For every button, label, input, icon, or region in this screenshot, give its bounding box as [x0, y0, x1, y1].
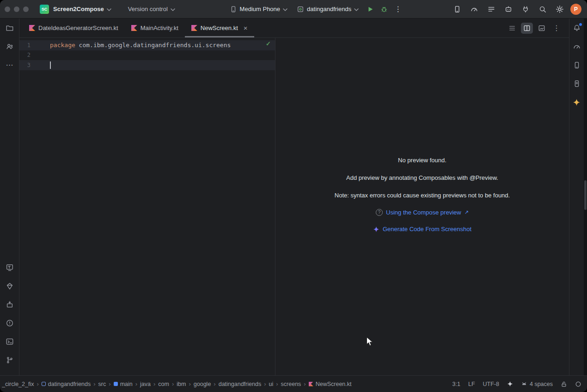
close-window-button[interactable]	[5, 6, 10, 12]
encoding-widget[interactable]: UTF-8	[483, 381, 499, 387]
tab-dateideasgeneratorscreen[interactable]: DateIdeasGeneratorScreen.kt	[23, 18, 125, 37]
breadcrumb-item[interactable]: com	[158, 381, 169, 387]
chevron-separator-icon: ›	[171, 380, 174, 387]
device-selector-label: Medium Phone	[240, 6, 280, 12]
profiler-icon[interactable]	[468, 3, 481, 16]
code-view-icon[interactable]	[506, 23, 518, 34]
project-name: Screen2Compose	[53, 6, 104, 12]
breadcrumb-item[interactable]: screens	[281, 381, 301, 387]
debug-button[interactable]	[378, 3, 391, 16]
chevron-down-icon	[171, 8, 175, 11]
compose-preview-panel: No preview found. Add preview by annotat…	[275, 38, 569, 375]
build-box-icon[interactable]	[4, 299, 16, 311]
project-folder-icon[interactable]	[4, 22, 16, 34]
notification-badge	[579, 23, 582, 26]
compose-preview-help-link[interactable]: Using the Compose preview	[386, 209, 461, 216]
inspections-ok-icon[interactable]: ✓	[266, 40, 271, 47]
problems-icon[interactable]	[4, 317, 16, 329]
line-separator-widget[interactable]: LF	[468, 381, 475, 387]
editor-more-icon[interactable]: ⋮	[550, 23, 563, 34]
gem-icon[interactable]	[4, 280, 16, 292]
chevron-separator-icon: ›	[36, 380, 39, 387]
close-tab-icon[interactable]: ×	[244, 24, 248, 31]
terminal-icon[interactable]	[4, 336, 16, 348]
maximize-window-button[interactable]	[23, 6, 29, 12]
device-explorer-icon[interactable]	[571, 78, 583, 90]
breadcrumb-item[interactable]: src	[98, 381, 106, 387]
tab-newscreen[interactable]: NewScreen.kt ×	[185, 18, 254, 37]
status-indicator-icon[interactable]	[575, 381, 581, 387]
ide-window: SC Screen2Compose Version control Medium…	[0, 0, 587, 392]
minimize-window-button[interactable]	[14, 6, 19, 12]
device-manager-icon[interactable]	[571, 59, 583, 71]
breadcrumb-item[interactable]: ui	[269, 381, 273, 387]
chevron-separator-icon: ›	[213, 380, 216, 387]
chevron-down-icon	[107, 8, 111, 11]
preview-empty-title: No preview found.	[275, 156, 569, 164]
status-widgets: 3:1 LF UTF-8 4 spaces	[452, 381, 581, 387]
run-configuration-selector[interactable]: datingandfriends	[293, 3, 363, 15]
search-everywhere-icon[interactable]	[536, 3, 549, 16]
layout-validation-icon[interactable]	[4, 262, 16, 274]
breadcrumb-item[interactable]: ibm	[177, 381, 186, 387]
chevron-separator-icon: ›	[303, 380, 306, 387]
more-tool-windows-icon[interactable]: ⋯	[4, 59, 16, 71]
unlock-icon[interactable]	[561, 381, 567, 387]
gemini-sparkle-icon[interactable]	[571, 96, 583, 108]
breadcrumb-item[interactable]: java	[140, 381, 151, 387]
line-number: 2	[19, 52, 31, 58]
caret-position-widget[interactable]: 3:1	[452, 381, 460, 387]
version-control-menu[interactable]: Version control	[124, 3, 179, 15]
version-control-label: Version control	[128, 6, 168, 12]
device-mirroring-icon[interactable]	[519, 3, 532, 16]
settings-gear-icon[interactable]	[553, 3, 566, 16]
tab-mainactivity[interactable]: MainActivity.kt	[125, 18, 185, 37]
ai-sparkle-icon[interactable]	[507, 381, 513, 387]
profiler-gauge-icon[interactable]	[571, 41, 583, 53]
code-line: 1 package com.ibm.google.datingandfriend…	[19, 40, 275, 50]
code-editor[interactable]: 1 package com.ibm.google.datingandfriend…	[19, 38, 275, 375]
breadcrumb-item[interactable]: _circle_2_fix	[2, 381, 34, 387]
code-text: package com.ibm.google.datingandfriends.…	[50, 42, 231, 49]
tab-label: MainActivity.kt	[141, 24, 178, 31]
kotlin-file-icon	[191, 25, 197, 31]
breadcrumb-item[interactable]: datingandfriends	[219, 381, 261, 387]
more-actions-button[interactable]: ⋮	[391, 3, 404, 16]
running-devices-icon[interactable]	[451, 3, 464, 16]
design-view-icon[interactable]	[536, 23, 548, 34]
window-scrollbar[interactable]	[584, 18, 587, 375]
text-caret	[50, 61, 51, 69]
breadcrumb-item[interactable]: NewScreen.kt	[309, 381, 352, 387]
split-view-icon[interactable]	[521, 23, 533, 34]
window-controls	[0, 6, 34, 12]
phone-device-icon	[230, 6, 237, 13]
run-button[interactable]	[364, 3, 377, 16]
help-question-icon: ?	[376, 209, 383, 216]
notifications-bell-icon[interactable]	[571, 22, 583, 34]
people-icon[interactable]	[4, 41, 16, 53]
editor-tab-bar: DateIdeasGeneratorScreen.kt MainActivity…	[19, 18, 569, 38]
user-avatar[interactable]: P	[570, 4, 581, 15]
app-inspection-icon[interactable]	[502, 3, 515, 16]
scrollbar-thumb[interactable]	[584, 180, 587, 210]
editor-view-modes: ⋮	[506, 18, 569, 37]
logcat-icon[interactable]	[485, 3, 498, 16]
status-bar: _circle_2_fix › datingandfriends › src ›…	[0, 375, 587, 392]
tab-label: DateIdeasGeneratorScreen.kt	[38, 24, 118, 31]
breadcrumb-item[interactable]: google	[194, 381, 211, 387]
titlebar: SC Screen2Compose Version control Medium…	[0, 0, 587, 18]
tab-label: NewScreen.kt	[201, 24, 238, 31]
chevron-separator-icon: ›	[93, 380, 96, 387]
breadcrumb-item[interactable]: datingandfriends	[42, 381, 91, 387]
project-selector[interactable]: Screen2Compose	[49, 3, 116, 15]
code-line: 2	[19, 50, 275, 61]
app-module-icon	[297, 6, 304, 13]
git-branch-icon[interactable]	[4, 354, 16, 366]
kotlin-file-icon	[29, 25, 35, 31]
chevron-separator-icon: ›	[275, 380, 278, 387]
device-selector[interactable]: Medium Phone	[226, 3, 292, 15]
breadcrumb-item[interactable]: main	[114, 381, 133, 387]
indent-widget[interactable]: 4 spaces	[521, 381, 553, 387]
generate-code-from-screenshot-link[interactable]: Generate Code From Screenshot	[383, 226, 471, 233]
module-icon	[42, 382, 46, 386]
